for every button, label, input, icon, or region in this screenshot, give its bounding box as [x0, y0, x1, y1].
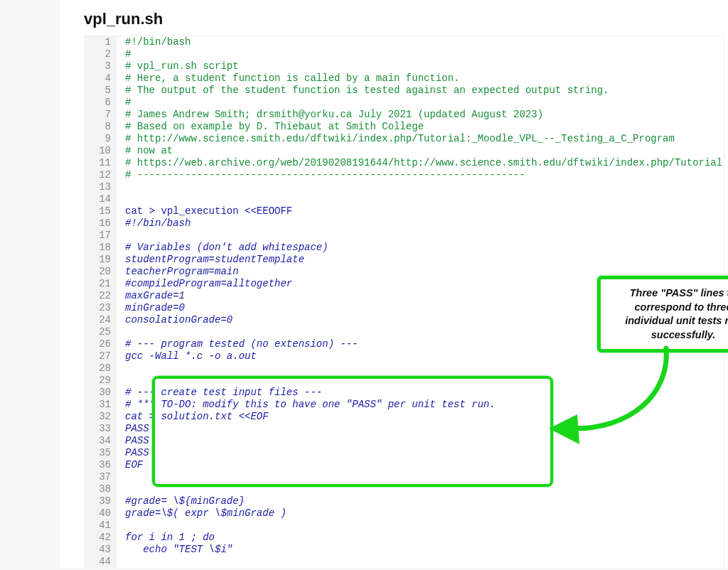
line-number: 3: [84, 60, 117, 72]
line-number: 11: [84, 157, 117, 169]
code-line: [125, 230, 724, 242]
line-number: 22: [84, 290, 117, 302]
code-line: [125, 471, 724, 483]
line-number: 13: [84, 181, 117, 193]
content-panel: Execution files vpl_run.sh 1234567891011…: [60, 0, 728, 568]
code-line: [125, 556, 724, 568]
line-number: 16: [84, 217, 117, 230]
code-line: PASS: [125, 447, 724, 459]
code-line: # http://www.science.smith.edu/dftwiki/i…: [125, 133, 724, 145]
code-body[interactable]: #!/bin/bash## vpl_run.sh script# Here, a…: [117, 36, 724, 568]
page: Execution files vpl_run.sh 1234567891011…: [0, 0, 728, 570]
code-line: # https://web.archive.org/web/2019020819…: [125, 157, 724, 169]
code-line: # Here, a student function is called by …: [125, 72, 724, 85]
code-line: consolationGrade=0: [125, 314, 724, 326]
line-number: 28: [84, 362, 117, 375]
code-line: echo "TEST \$i": [125, 544, 724, 556]
line-number: 23: [84, 302, 117, 314]
code-line: cat > vpl_execution <<EEOOFF: [125, 205, 724, 217]
code-line: grade=\$( expr \$minGrade ): [125, 507, 724, 520]
code-line: [125, 362, 724, 375]
line-number: 36: [84, 459, 117, 471]
line-number: 25: [84, 326, 117, 338]
line-number: 12: [84, 169, 117, 181]
line-number-gutter: 1234567891011121314151617181920212223242…: [84, 36, 117, 568]
filename-heading: vpl_run.sh: [84, 10, 728, 28]
line-number: 34: [84, 435, 117, 447]
line-number: 38: [84, 483, 117, 495]
code-line: [125, 181, 724, 193]
line-number: 43: [84, 544, 117, 556]
code-line: # --------------------------------------…: [125, 169, 724, 181]
code-line: studentProgram=studentTemplate: [125, 254, 724, 266]
code-line: # --- create test input files ---: [125, 387, 724, 399]
code-line: for i in 1 ; do: [125, 532, 724, 544]
code-line: [125, 193, 724, 205]
line-number: 24: [84, 314, 117, 326]
code-line: [125, 483, 724, 495]
line-number: 33: [84, 423, 117, 435]
code-line: # vpl_run.sh script: [125, 60, 724, 72]
code-line: #: [125, 97, 724, 109]
line-number: 26: [84, 338, 117, 350]
code-line: # now at: [125, 145, 724, 157]
code-line: gcc -Wall *.c -o a.out: [125, 350, 724, 362]
line-number: 20: [84, 266, 117, 278]
line-number: 2: [84, 48, 117, 60]
line-number: 19: [84, 254, 117, 266]
line-number: 30: [84, 387, 117, 399]
code-line: teacherProgram=main: [125, 266, 724, 278]
code-line: [125, 520, 724, 532]
line-number: 4: [84, 72, 117, 85]
code-line: #!/bin/bash: [125, 36, 724, 48]
code-line: #compiledProgram=alltogether: [125, 278, 724, 290]
section-title: Execution files: [60, 0, 728, 6]
line-number: 8: [84, 121, 117, 133]
code-line: # James Andrew Smith; drsmith@yorku.ca J…: [125, 109, 724, 121]
code-line: # Based on example by D. Thiebaut at Smi…: [125, 121, 724, 133]
line-number: 31: [84, 399, 117, 411]
line-number: 39: [84, 495, 117, 507]
line-number: 17: [84, 230, 117, 242]
code-line: cat > solution.txt <<EOF: [125, 411, 724, 423]
line-number: 27: [84, 350, 117, 362]
code-line: EOF: [125, 459, 724, 471]
code-line: #grade= \${minGrade}: [125, 495, 724, 507]
code-line: [125, 326, 724, 338]
code-editor: 1234567891011121314151617181920212223242…: [84, 36, 724, 568]
line-number: 18: [84, 242, 117, 254]
line-number: 41: [84, 520, 117, 532]
code-line: #!/bin/bash: [125, 217, 724, 230]
code-line: # Variables (don't add whitespace): [125, 242, 724, 254]
code-line: # --- program tested (no extension) ---: [125, 338, 724, 350]
code-line: PASS: [125, 423, 724, 435]
code-line: #: [125, 48, 724, 60]
line-number: 44: [84, 556, 117, 568]
code-line: maxGrade=1: [125, 290, 724, 302]
line-number: 1: [84, 36, 117, 48]
line-number: 10: [84, 145, 117, 157]
line-number: 40: [84, 507, 117, 520]
line-number: 6: [84, 97, 117, 109]
line-number: 35: [84, 447, 117, 459]
code-line: # *** TO-DO: modify this to have one "PA…: [125, 399, 724, 411]
code-line: [125, 375, 724, 387]
line-number: 14: [84, 193, 117, 205]
line-number: 29: [84, 375, 117, 387]
code-line: PASS: [125, 435, 724, 447]
line-number: 21: [84, 278, 117, 290]
code-line: # The output of the student function is …: [125, 85, 724, 97]
line-number: 7: [84, 109, 117, 121]
line-number: 15: [84, 205, 117, 217]
line-number: 37: [84, 471, 117, 483]
line-number: 5: [84, 85, 117, 97]
code-line: minGrade=0: [125, 302, 724, 314]
line-number: 9: [84, 133, 117, 145]
line-number: 42: [84, 532, 117, 544]
line-number: 32: [84, 411, 117, 423]
